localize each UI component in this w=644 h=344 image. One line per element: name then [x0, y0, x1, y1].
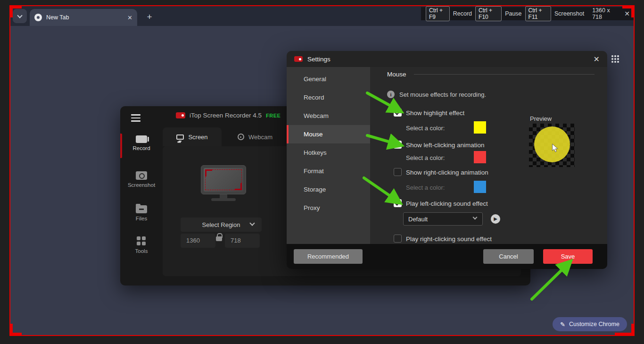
checkbox-show-highlight[interactable] [394, 109, 402, 117]
screenshot-icon [136, 171, 147, 180]
left-click-color-swatch[interactable] [474, 151, 486, 163]
new-tab-button[interactable]: + [143, 10, 156, 24]
right-click-color-swatch[interactable] [474, 181, 486, 193]
settings-content: Mouse i Set mouse effects for recording.… [370, 67, 607, 244]
cursor-icon [552, 143, 559, 153]
record-label: Record [453, 10, 472, 17]
capture-toolbar: Ctrl + F9 Record Ctrl + F10 Pause Ctrl +… [421, 7, 635, 20]
sound-dropdown[interactable]: Default [403, 212, 483, 226]
hamburger-menu-icon[interactable] [131, 114, 140, 124]
sidebar-item-hotkeys[interactable]: Hotkeys [287, 143, 370, 162]
info-icon: i [387, 91, 395, 98]
sidebar-item-format[interactable]: Format [287, 162, 370, 180]
pause-label: Pause [505, 10, 521, 17]
recorder-title: iTop Screen Recorder 4.5 [190, 112, 262, 119]
info-row: i Set mouse effects for recording. [387, 91, 486, 98]
sidebar-item-record[interactable]: Record [287, 88, 370, 107]
checkbox-right-click-sound[interactable] [394, 235, 402, 243]
nav-item-files[interactable]: Files [120, 205, 163, 221]
save-button[interactable]: Save [543, 249, 593, 264]
recorder-title-row: iTop Screen Recorder 4.5 FREE [176, 112, 281, 119]
nav-item-screenshot[interactable]: Screenshot [120, 171, 163, 188]
lock-aspect-icon[interactable] [216, 236, 222, 241]
chevron-down-icon [249, 220, 255, 226]
record-icon [136, 135, 147, 143]
sidebar-item-webcam[interactable]: Webcam [287, 107, 370, 125]
record-hotkey-badge: Ctrl + F9 [426, 6, 450, 21]
settings-titlebar: Settings ✕ [287, 51, 607, 67]
section-title: Mouse [387, 71, 406, 78]
close-icon[interactable]: ✕ [624, 10, 630, 17]
nav-item-record[interactable]: Record [120, 135, 163, 151]
capture-resolution: 1360 x 718 [592, 7, 615, 20]
region-width-input[interactable]: 1360 [181, 234, 215, 248]
sidebar-item-storage[interactable]: Storage [287, 180, 370, 199]
pencil-icon: ✎ [560, 321, 565, 328]
monitor-icon [176, 134, 184, 140]
settings-sidebar: General Record Webcam Mouse Hotkeys Form… [287, 67, 370, 244]
recorder-tabs: Screen Webcam [163, 127, 289, 146]
browser-tab[interactable]: New Tab ✕ [30, 9, 137, 26]
select-region-dropdown[interactable]: Select Region [181, 218, 262, 232]
customize-chrome-button[interactable]: ✎ Customize Chrome [553, 317, 627, 331]
monitor-illustration [201, 165, 246, 194]
tab-close-icon[interactable]: ✕ [127, 14, 132, 21]
tools-grid-icon [137, 236, 146, 246]
folder-icon [136, 205, 147, 213]
tab-search-button[interactable] [13, 9, 27, 23]
settings-dialog: Settings ✕ General Record Webcam Mouse H… [287, 51, 607, 269]
tab-webcam[interactable]: Webcam [222, 127, 289, 146]
chevron-down-icon [17, 13, 22, 18]
nav-item-tools[interactable]: Tools [120, 236, 163, 254]
region-height-input[interactable]: 718 [225, 234, 260, 248]
close-icon[interactable]: ✕ [594, 55, 600, 64]
highlight-color-swatch[interactable] [474, 121, 486, 134]
tab-favicon-icon [34, 14, 42, 21]
screenshot-hotkey-badge: Ctrl + F11 [525, 6, 551, 21]
itop-camera-logo-icon [294, 56, 303, 62]
section-header: Mouse [387, 71, 594, 78]
tab-title: New Tab [46, 14, 123, 21]
pause-hotkey-badge: Ctrl + F10 [475, 6, 502, 21]
recommended-button[interactable]: Recommended [294, 249, 363, 264]
preview-label: Preview [530, 115, 552, 122]
settings-footer: Recommended Cancel Save [287, 244, 607, 269]
checkbox-right-click-animation[interactable] [394, 168, 402, 176]
sidebar-item-mouse[interactable]: Mouse [287, 125, 370, 143]
settings-title: Settings [307, 56, 589, 63]
cancel-button[interactable]: Cancel [483, 249, 534, 264]
free-badge: FREE [266, 113, 281, 118]
mouse-effect-preview [529, 124, 575, 167]
sidebar-item-proxy[interactable]: Proxy [287, 199, 370, 217]
chevron-down-icon [473, 215, 478, 220]
play-sound-button[interactable]: ▶ [491, 214, 500, 224]
webcam-icon [238, 134, 244, 140]
apps-grid-icon[interactable] [611, 55, 619, 63]
checkbox-left-click-animation[interactable] [394, 141, 402, 149]
checkbox-left-click-sound[interactable] [394, 199, 402, 207]
tab-screen[interactable]: Screen [163, 127, 222, 146]
itop-camera-logo-icon [176, 112, 185, 118]
screenshot-label: Screenshot [554, 10, 584, 17]
sidebar-item-general[interactable]: General [287, 70, 370, 88]
section-divider [414, 74, 594, 75]
